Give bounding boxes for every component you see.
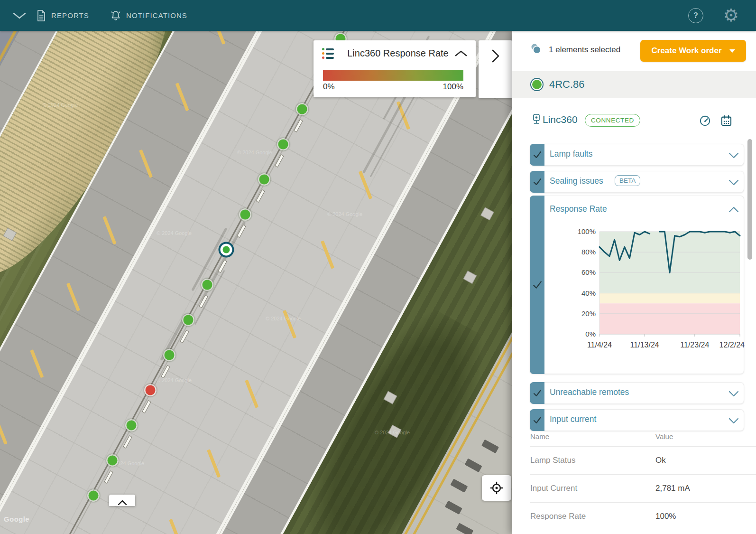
map-watermark: © 2024 Google [266, 316, 301, 321]
map-marker-ok[interactable] [240, 210, 250, 220]
bell-icon [110, 9, 121, 22]
map-marking [207, 449, 221, 478]
map-marking [66, 283, 80, 311]
nav-reports-label: REPORTS [51, 11, 89, 19]
svg-text:12/2/24: 12/2/24 [719, 341, 745, 349]
response-rate-checkbox[interactable] [530, 196, 544, 374]
accordion-label[interactable]: Sealing issues [550, 176, 603, 186]
calendar-icon[interactable] [720, 114, 733, 127]
target-icon [489, 481, 504, 495]
device-row: Linc360 CONNECTED [512, 98, 756, 140]
attributes-table: Name Value Lamp StatusOkInput Current2,7… [530, 429, 756, 530]
panel-collapse-button[interactable] [479, 40, 512, 98]
input-current-checkbox[interactable] [530, 409, 544, 431]
map-watermark: © 2024 Google [327, 211, 362, 217]
accordion-label[interactable]: Unreachable remotes [550, 387, 629, 397]
accordion-input-current: Input current [530, 409, 744, 431]
table-row: Lamp StatusOk [530, 446, 756, 474]
map-marking [139, 150, 153, 178]
accordion-response-rate: Response Rate 0%20%40%60%80%100%11/4/241… [530, 196, 744, 374]
attribute-value: 100% [655, 512, 756, 521]
svg-text:11/13/24: 11/13/24 [630, 341, 659, 349]
selected-element-row[interactable]: 4RC.86 [512, 71, 756, 98]
legend-max-label: 100% [443, 82, 463, 92]
map-marker-ok[interactable] [278, 140, 288, 150]
chevron-down-icon[interactable] [728, 179, 739, 186]
map-marking [450, 478, 468, 492]
accordion-label[interactable]: Input current [550, 414, 596, 424]
bottom-panel-expand-button[interactable] [109, 495, 135, 506]
map-watermark: © 2024 Google [157, 230, 192, 236]
chevron-up-icon [117, 499, 128, 506]
gear-icon[interactable]: ⚙ [723, 7, 739, 24]
legend-list-icon[interactable] [322, 48, 334, 59]
create-work-order-button[interactable]: Create Work order [640, 40, 746, 62]
top-navbar: REPORTS NOTIFICATIONS ? ⚙ [0, 0, 756, 31]
connection-status-badge: CONNECTED [585, 114, 640, 127]
map-watermark: © 2024 Google [375, 430, 410, 435]
svg-text:100%: 100% [578, 227, 596, 235]
google-watermark: Google [4, 515, 29, 523]
panel-scrollbar[interactable] [747, 139, 752, 260]
map-marker-fault[interactable] [146, 385, 156, 395]
response-rate-chart: 0%20%40%60%80%100%11/4/2411/13/2411/23/2… [562, 222, 747, 360]
dropdown-caret-icon [729, 49, 735, 53]
chevron-down-icon[interactable] [728, 418, 739, 424]
map-marker-selected[interactable] [223, 246, 230, 253]
map-marking [102, 216, 116, 244]
map-marker-ok[interactable] [165, 350, 175, 360]
map-marker-ok[interactable] [89, 491, 99, 501]
nav-notifications[interactable]: NOTIFICATIONS [110, 9, 187, 22]
element-id: 4RC.86 [549, 78, 585, 91]
map-marker-ok[interactable] [259, 175, 269, 185]
unreachable-remotes-checkbox[interactable] [530, 382, 544, 404]
map-marking [321, 240, 334, 269]
detail-panel: 1 elements selected Create Work order 4R… [512, 31, 756, 534]
map-marking [30, 349, 44, 378]
attribute-name: Response Rate [530, 512, 655, 521]
map-marking [283, 310, 296, 338]
map-marking [456, 523, 473, 534]
map-marking [245, 380, 258, 408]
attribute-name: Input Current [530, 484, 655, 493]
device-name: Linc360 [543, 114, 578, 125]
satellite-map[interactable]: Google © 2024 Google© 2024 Google© 2024 … [0, 31, 512, 534]
locate-button[interactable] [482, 475, 511, 501]
accordion-label[interactable]: Response Rate [550, 204, 607, 214]
legend-collapse-chevron-up-icon[interactable] [455, 50, 467, 57]
accordion-lamp-faults: Lamp faults [530, 144, 744, 166]
svg-text:11/4/24: 11/4/24 [587, 341, 612, 349]
accordion-label[interactable]: Lamp faults [550, 149, 592, 159]
map-marking [175, 83, 189, 111]
report-icon [36, 9, 46, 22]
nav-notifications-label: NOTIFICATIONS [126, 11, 187, 19]
beta-badge: BETA [615, 175, 640, 186]
device-icon [531, 113, 542, 125]
attribute-value: Ok [655, 456, 756, 465]
gauge-icon[interactable] [699, 114, 711, 127]
menu-chevron-down-icon[interactable] [12, 12, 28, 19]
map-marker-ok[interactable] [184, 315, 194, 325]
map-marker-ok[interactable] [203, 280, 212, 290]
chevron-down-icon[interactable] [728, 391, 739, 397]
check-icon [534, 417, 541, 423]
nav-reports[interactable]: REPORTS [36, 9, 89, 22]
selection-circles-icon [529, 42, 543, 56]
chevron-down-icon[interactable] [728, 152, 739, 159]
help-icon[interactable]: ? [688, 8, 703, 23]
sealing-issues-checkbox[interactable] [530, 171, 544, 193]
legend-gradient-bar [323, 70, 463, 81]
legend-title: Linc360 Response Rate [341, 48, 455, 59]
map-watermark: © 2024 Google [43, 102, 78, 108]
lamp-faults-checkbox[interactable] [530, 144, 544, 166]
map-marker-ok[interactable] [108, 456, 118, 466]
attribute-value: 2,781 mA [655, 484, 756, 493]
chevron-up-icon[interactable] [728, 206, 739, 213]
check-icon [534, 179, 541, 185]
map-legend-card: Linc360 Response Rate 0% 100% [313, 40, 476, 97]
table-row: Response Rate100% [530, 502, 756, 530]
accordion-sealing-issues: Sealing issues BETA [530, 171, 744, 193]
map-marker-ok[interactable] [127, 421, 137, 431]
map-marker-ok[interactable] [297, 104, 307, 114]
table-row: Input Current2,781 mA [530, 474, 756, 502]
